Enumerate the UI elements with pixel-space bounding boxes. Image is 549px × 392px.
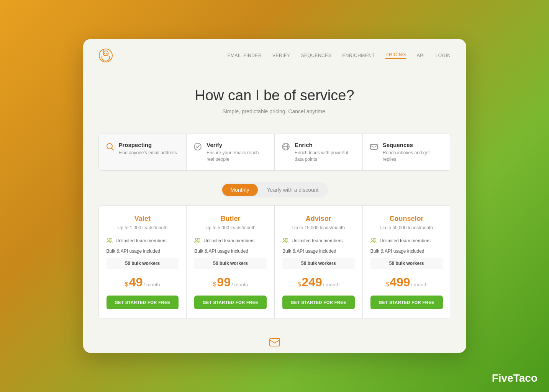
nav-api[interactable]: API (417, 53, 425, 58)
plan-advisor-price-row: $ 249 / month (282, 275, 355, 289)
plan-counselor-features: Unlimited team members Bulk & API usage … (370, 237, 443, 258)
main-card: EMAIL FINDER VERIFY SEQUENCES ENRICHMENT… (83, 39, 466, 353)
enrich-icon (282, 142, 290, 153)
plan-valet-team: Unlimited team members (116, 238, 167, 243)
svg-point-14 (195, 238, 198, 240)
search-icon (106, 142, 114, 153)
plan-valet: Valet Up to 1,000 leads/month Unlimited … (99, 206, 187, 318)
plan-valet-api: Bulk & API usage included (107, 248, 161, 254)
logo (98, 48, 113, 63)
plan-counselor-cta[interactable]: GET STARTED FOR FREE (370, 296, 443, 309)
hero-section: How can I be of service? Simple, predict… (83, 72, 466, 122)
plan-valet-cta[interactable]: GET STARTED FOR FREE (107, 296, 179, 309)
svg-point-15 (198, 238, 200, 240)
svg-point-2 (104, 53, 105, 54)
plan-valet-leads: Up to 1,000 leads/month (107, 225, 179, 230)
watermark: FiveTaco (492, 372, 538, 384)
billing-toggle: Monthly Yearly with a discount (83, 182, 466, 198)
feature-prospecting-title: Prospecting (119, 142, 177, 148)
plan-butler-team: Unlimited team members (203, 238, 254, 243)
plan-butler-period: / month (231, 282, 248, 287)
nav-verify[interactable]: VERIFY (272, 53, 290, 58)
check-circle-icon (193, 142, 202, 153)
plan-valet-period: / month (143, 282, 160, 287)
svg-point-13 (110, 238, 112, 240)
plan-butler-leads: Up to 5,000 leads/month (194, 225, 267, 230)
plan-advisor: Advisor Up to 15,000 leads/month Unlimit… (275, 206, 363, 318)
plan-valet-api-row: Bulk & API usage included (107, 248, 179, 254)
plan-valet-team-row: Unlimited team members (107, 237, 179, 245)
feature-enrich[interactable]: Enrich Enrich leads with powerful data p… (275, 134, 363, 170)
plan-butler-team-row: Unlimited team members (194, 237, 267, 245)
team-icon (107, 237, 113, 245)
feature-enrich-desc: Enrich leads with powerful data points (295, 150, 356, 163)
svg-line-4 (103, 50, 104, 51)
svg-point-17 (286, 238, 288, 240)
plan-advisor-period: / month (323, 282, 339, 287)
plan-butler-features: Unlimited team members Bulk & API usage … (194, 237, 267, 258)
feature-sequences[interactable]: Sequences Reach inboxes and get replies (363, 134, 451, 170)
team-icon-advisor (282, 237, 288, 245)
plan-butler-workers: 50 bulk workers (194, 258, 267, 269)
svg-point-12 (108, 238, 110, 240)
svg-point-3 (106, 53, 107, 54)
team-icon-counselor (370, 237, 377, 245)
nav-email-finder[interactable]: EMAIL FINDER (228, 53, 262, 58)
feature-verify-content: Verify Ensure your emails reach real peo… (206, 142, 267, 163)
plan-valet-features: Unlimited team members Bulk & API usage … (107, 237, 179, 258)
svg-rect-20 (270, 338, 280, 346)
plan-butler-name: Butler (194, 215, 267, 223)
nav-login[interactable]: LOGIN (436, 53, 451, 58)
nav-sequences[interactable]: SEQUENCES (301, 53, 331, 58)
feature-prospecting[interactable]: Prospecting Find anyone's email address (99, 134, 187, 170)
plan-butler: Butler Up to 5,000 leads/month Unlimited… (187, 206, 275, 318)
plan-counselor-leads: Up to 50,000 leads/month (370, 225, 443, 230)
plan-counselor-period: / month (411, 282, 428, 287)
plan-counselor-amount: 499 (390, 275, 410, 289)
plan-advisor-team: Unlimited team members (292, 238, 343, 243)
team-icon-butler (194, 237, 200, 245)
monthly-toggle[interactable]: Monthly (222, 184, 258, 196)
svg-point-19 (374, 238, 376, 240)
plan-valet-price-row: $ 49 / month (107, 275, 179, 289)
feature-verify-desc: Ensure your emails reach real people (206, 150, 267, 163)
plan-valet-dollar: $ (125, 281, 128, 288)
nav-links: EMAIL FINDER VERIFY SEQUENCES ENRICHMENT… (228, 52, 451, 59)
plan-counselor-team: Unlimited team members (380, 238, 431, 243)
hero-subtitle: Simple, predictable pricing. Cancel anyt… (98, 108, 451, 114)
plan-counselor-name: Counselor (370, 215, 443, 223)
feature-verify[interactable]: Verify Ensure your emails reach real peo… (187, 134, 275, 170)
plan-butler-dollar: $ (213, 281, 216, 288)
plan-advisor-team-row: Unlimited team members (282, 237, 355, 245)
plan-valet-amount: 49 (129, 275, 143, 289)
yearly-toggle[interactable]: Yearly with a discount (259, 184, 327, 196)
features-bar: Prospecting Find anyone's email address … (98, 134, 451, 171)
svg-point-7 (194, 143, 201, 150)
plan-counselor-team-row: Unlimited team members (370, 237, 443, 245)
feature-prospecting-content: Prospecting Find anyone's email address (119, 142, 177, 156)
plan-advisor-workers: 50 bulk workers (282, 258, 355, 269)
plan-advisor-dollar: $ (298, 281, 301, 288)
plan-counselor-api-row: Bulk & API usage included (370, 248, 443, 254)
plan-counselor-price-row: $ 499 / month (370, 275, 443, 289)
plan-butler-cta[interactable]: GET STARTED FOR FREE (194, 296, 267, 309)
plan-advisor-cta[interactable]: GET STARTED FOR FREE (282, 296, 355, 309)
plan-valet-name: Valet (107, 215, 179, 223)
feature-sequences-content: Sequences Reach inboxes and get replies (383, 142, 444, 163)
plan-counselor: Counselor Up to 50,000 leads/month Unlim… (363, 206, 451, 318)
toggle-pill: Monthly Yearly with a discount (221, 182, 329, 198)
plan-counselor-workers: 50 bulk workers (370, 258, 443, 269)
nav-enrichment[interactable]: ENRICHMENT (342, 53, 375, 58)
feature-prospecting-desc: Find anyone's email address (119, 150, 177, 156)
plan-butler-api-row: Bulk & API usage included (194, 248, 267, 254)
feature-sequences-title: Sequences (383, 142, 444, 148)
bottom-email-icon (83, 334, 466, 353)
plan-counselor-dollar: $ (385, 281, 389, 288)
plan-advisor-name: Advisor (282, 215, 355, 223)
svg-point-16 (284, 238, 286, 240)
pricing-grid: Valet Up to 1,000 leads/month Unlimited … (98, 205, 451, 319)
navbar: EMAIL FINDER VERIFY SEQUENCES ENRICHMENT… (83, 39, 466, 72)
svg-line-6 (111, 148, 113, 150)
nav-pricing[interactable]: PRICING (385, 52, 406, 59)
svg-point-18 (372, 238, 374, 240)
